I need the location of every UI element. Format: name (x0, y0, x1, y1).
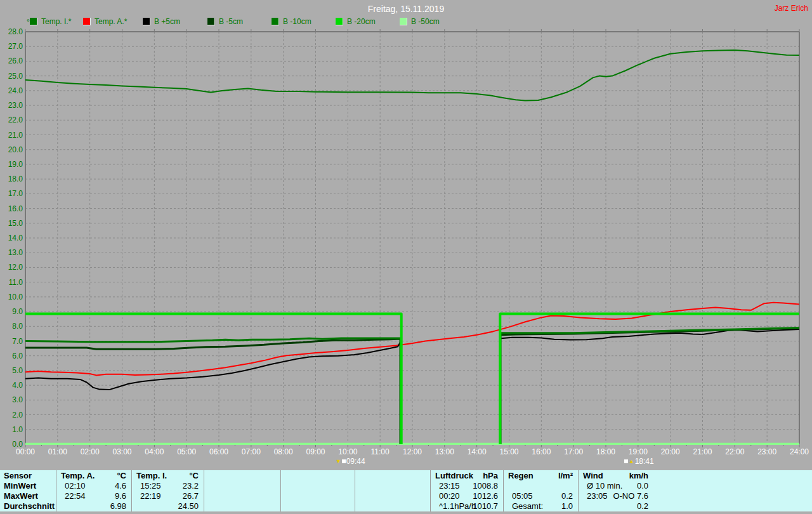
y-tick-label: 10.0 (0, 293, 23, 301)
cell-value: 1012.6 (473, 491, 498, 501)
column-name: Wind (583, 471, 603, 481)
table-row-label: MaxWert (4, 491, 38, 501)
cell-value: 6.98 (110, 501, 126, 511)
table-column-divider (355, 470, 355, 511)
table-cell-row: 6.98 (56, 501, 131, 511)
table-cell-row: 23:151008.8 (430, 481, 503, 491)
cell-value: 0.2 (561, 491, 573, 501)
x-tick-label: 07:00 (235, 447, 268, 456)
table-cell-row: Gesamt:1.0 (503, 501, 578, 511)
table-row-label: MinWert (4, 481, 36, 491)
table-cell-row: 23:05O-NO 7.6 (578, 491, 653, 501)
x-tick-label: 00:00 (9, 447, 42, 456)
y-tick-label: 11.0 (0, 278, 23, 287)
y-tick-label: 17.0 (0, 189, 23, 198)
y-tick-label: 3.0 (0, 395, 23, 404)
cell-time: 23:15 (439, 481, 460, 491)
y-tick-label: 4.0 (0, 381, 23, 390)
x-tick-label: 12:00 (396, 447, 429, 456)
x-tick-label: 16:00 (525, 447, 558, 456)
column-unit: °C (117, 471, 126, 481)
cell-value: 24.50 (178, 501, 199, 511)
column-unit: hPa (483, 471, 498, 481)
table-cell-row: 00:201012.6 (430, 491, 503, 501)
y-tick-label: 2.0 (0, 411, 23, 419)
x-tick-label: 02:00 (74, 447, 107, 456)
table-cell-row: 22:1926.7 (131, 491, 204, 501)
cell-time: 23:05 (587, 491, 608, 501)
x-tick-label: 17:00 (557, 447, 590, 456)
arrow-icon: ▼ (336, 458, 341, 465)
cell-time: Gesamt: (512, 501, 543, 511)
x-tick-label: 19:00 (622, 447, 655, 456)
table-cell-row: ^1.1hPa/h1010.7 (430, 501, 503, 511)
cell-time: Ø 10 min. (587, 481, 622, 491)
cell-time: ^1.1hPa/h (439, 501, 476, 511)
column-unit: km/h (629, 471, 648, 481)
sensor-summary-table: SensorMinWertMaxWertDurchschnittTemp. A.… (0, 470, 812, 511)
table-row-label: Durchschnitt (4, 501, 55, 511)
y-tick-label: 24.0 (0, 86, 23, 95)
cell-value: 23.2 (183, 481, 199, 491)
x-tick-label: 14:00 (461, 447, 494, 456)
table-column-divider (578, 470, 579, 511)
table-row-label: Sensor (4, 471, 32, 481)
moonrise-icon (624, 459, 628, 463)
x-tick-label: 15:00 (493, 447, 526, 456)
weather-app-window: { "header": { "title": "Freitag, 15.11.2… (0, 0, 812, 514)
column-name: Temp. I. (136, 471, 167, 481)
cell-time: 05:05 (512, 491, 533, 501)
y-tick-label: 19.0 (0, 160, 23, 169)
y-tick-label: 12.0 (0, 263, 23, 272)
x-tick-label: 11:00 (363, 447, 396, 456)
x-tick-label: 18:00 (589, 447, 622, 456)
marker-time-label: 18:41 (635, 457, 654, 466)
x-tick-label: 04:00 (138, 447, 171, 456)
table-column-divider (430, 470, 431, 511)
y-tick-label: 23.0 (0, 101, 23, 110)
table-column-divider (204, 470, 204, 511)
column-unit: l/m² (558, 471, 573, 481)
cell-value: 1010.7 (473, 501, 498, 511)
y-tick-label: 27.0 (0, 42, 23, 51)
table-cell-row: 0.2 (578, 501, 653, 511)
cell-value: 0.0 (637, 481, 648, 491)
table-column-divider (280, 470, 281, 511)
table-column-header: Regenl/m² (503, 471, 578, 481)
x-tick-label: 22:00 (718, 447, 751, 456)
cell-value: 26.7 (183, 491, 199, 501)
table-cell-row: 15:2523.2 (131, 481, 204, 491)
set-time-marker: ▼09:44 (336, 457, 365, 466)
y-tick-label: 28.0 (0, 27, 23, 36)
cell-time: 02:10 (65, 481, 86, 491)
chart-plot-area[interactable] (0, 0, 812, 468)
moonset-icon (342, 459, 346, 463)
cell-value: 1.0 (561, 501, 573, 511)
column-name: Luftdruck (435, 471, 473, 481)
table-column-header: Temp. A.°C (56, 471, 131, 481)
rise-time-marker: ▲18:41 (624, 457, 654, 466)
table-cell-row: 02:104.6 (56, 481, 131, 491)
y-tick-label: 1.0 (0, 425, 23, 434)
x-tick-label: 01:00 (41, 447, 74, 456)
x-tick-label: 21:00 (686, 447, 719, 456)
y-tick-label: 13.0 (0, 248, 23, 257)
y-tick-label: 8.0 (0, 322, 23, 331)
x-tick-label: 20:00 (654, 447, 687, 456)
x-tick-label: 06:00 (202, 447, 235, 456)
table-column-header: Temp. I.°C (131, 471, 204, 481)
x-tick-label: 10:00 (331, 447, 364, 456)
table-column-divider (56, 470, 56, 511)
y-tick-label: 15.0 (0, 219, 23, 228)
marker-time-label: 09:44 (346, 457, 365, 466)
table-column-divider (503, 470, 504, 511)
y-tick-label: 6.0 (0, 352, 23, 360)
cell-value: O-NO 7.6 (613, 491, 648, 501)
y-tick-label: 20.0 (0, 145, 23, 154)
column-name: Temp. A. (61, 471, 95, 481)
table-cell-row: 22:549.6 (56, 491, 131, 501)
x-tick-label: 23:00 (750, 447, 783, 456)
cell-time: 22:19 (140, 491, 161, 501)
y-tick-label: 9.0 (0, 307, 23, 316)
y-tick-label: 14.0 (0, 234, 23, 242)
